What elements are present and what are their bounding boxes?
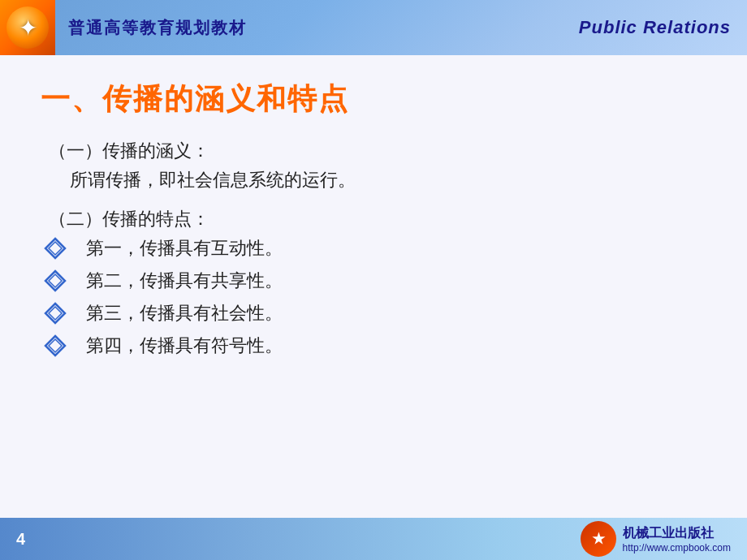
bullet-text: 第三，传播具有社会性。 <box>86 301 283 325</box>
header-title: Public Relations <box>579 17 731 38</box>
list-item: 第二，传播具有共享性。 <box>41 269 706 293</box>
footer-logo: ★ 机械工业出版社 http://www.cmpbook.com <box>581 521 731 557</box>
header-subtitle: 普通高等教育规划教材 <box>68 17 247 39</box>
bullet-text: 第二，传播具有共享性。 <box>86 269 283 293</box>
section1-heading: （一）传播的涵义： <box>49 139 706 163</box>
section-1: （一）传播的涵义： 所谓传播，即社会信息系统的运行。 <box>41 139 706 200</box>
list-item: 第四，传播具有符号性。 <box>41 334 706 358</box>
list-item: 第一，传播具有互动性。 <box>41 236 706 261</box>
footer-company-url: http://www.cmpbook.com <box>623 542 731 554</box>
bullet-text: 第一，传播具有互动性。 <box>86 236 283 261</box>
footer-company-name: 机械工业出版社 <box>623 525 714 542</box>
diamond-icon <box>44 237 67 260</box>
diamond-icon <box>44 302 67 325</box>
main-content: 一、传播的涵义和特点 （一）传播的涵义： 所谓传播，即社会信息系统的运行。 （二… <box>0 55 747 518</box>
section2-heading: （二）传播的特点： <box>49 207 706 231</box>
slide: ✦ 普通高等教育规划教材 Public Relations 一、传播的涵义和特点… <box>0 0 747 560</box>
footer: 4 ★ 机械工业出版社 http://www.cmpbook.com <box>0 518 747 560</box>
section-2: （二）传播的特点： 第一，传播具有互动性。 第二，传播具有共享性。 第三，传播具… <box>41 207 706 366</box>
section1-text: 所谓传播，即社会信息系统的运行。 <box>70 168 706 192</box>
bullet-text: 第四，传播具有符号性。 <box>86 334 283 358</box>
footer-page-number: 4 <box>16 530 25 549</box>
header-left: ✦ 普通高等教育规划教材 <box>0 0 247 55</box>
header-logo: ✦ <box>0 0 55 55</box>
header: ✦ 普通高等教育规划教材 Public Relations <box>0 0 747 55</box>
footer-star-icon: ★ <box>592 530 605 548</box>
diamond-icon <box>44 334 67 357</box>
list-item: 第三，传播具有社会性。 <box>41 301 706 325</box>
bullet-list: 第一，传播具有互动性。 第二，传播具有共享性。 第三，传播具有社会性。 第四，传… <box>41 236 706 358</box>
diamond-icon <box>44 269 67 292</box>
footer-logo-circle: ★ <box>581 521 616 557</box>
main-title: 一、传播的涵义和特点 <box>41 80 706 119</box>
logo-star-icon: ✦ <box>19 15 37 41</box>
footer-company-info: 机械工业出版社 http://www.cmpbook.com <box>623 525 731 554</box>
logo-inner: ✦ <box>6 6 49 49</box>
